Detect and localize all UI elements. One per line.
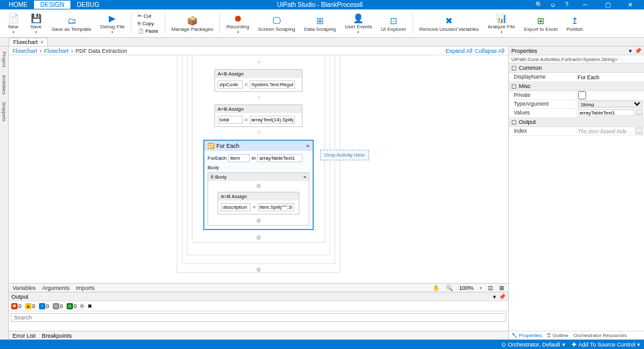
output-pin-icon[interactable]: 📌 xyxy=(499,294,506,300)
manage-packages-button[interactable]: 📦Manage Packages xyxy=(168,11,217,36)
group-common[interactable]: ▢ Common xyxy=(509,64,644,73)
drop-node-outer[interactable]: ⊕ xyxy=(255,265,262,274)
prop-typearg-select[interactable]: String xyxy=(578,101,643,108)
save-button[interactable]: 💾Save▾ xyxy=(25,11,47,36)
group-misc[interactable]: ▢ Misc xyxy=(509,82,644,91)
fit-icon[interactable]: ⊡ xyxy=(488,285,493,291)
screen-scraping-button[interactable]: 🖵Screen Scraping xyxy=(254,11,299,36)
new-button[interactable]: 📄New▾ xyxy=(3,11,24,36)
menu-design[interactable]: DESIGN xyxy=(34,1,70,9)
foreach-list[interactable] xyxy=(257,154,303,162)
tab-error-list[interactable]: Error List xyxy=(13,333,36,339)
sidebar-tab-snippets[interactable]: Snippets xyxy=(1,99,8,124)
assign3-left[interactable] xyxy=(221,203,251,211)
sidebar-tab-project[interactable]: Project xyxy=(1,49,8,70)
debug-file-button[interactable]: ▶Debug File▾ xyxy=(96,11,128,36)
publish-button[interactable]: ↥Publish xyxy=(563,11,587,36)
remove-unused-button[interactable]: ✖Remove Unused Variables xyxy=(416,11,483,36)
status-orchestrator[interactable]: ⊙ Orchestrator, Default ▾ xyxy=(501,341,565,348)
group-output[interactable]: ▢ Output xyxy=(509,118,644,127)
minimize-button[interactable]: ─ xyxy=(576,0,594,9)
export-log-icon[interactable]: ⎘ xyxy=(80,303,84,309)
close-button[interactable]: ✕ xyxy=(621,0,639,9)
filter-warn[interactable]: ▲0 xyxy=(25,303,35,309)
panel-tab-properties[interactable]: 🔧Properties xyxy=(511,333,541,338)
feedback-icon[interactable]: ☺ xyxy=(548,1,557,9)
body-sequence[interactable]: ⎘ Body« ⊕ A=B Assign = ⊕ xyxy=(208,172,309,226)
analyze-file-button[interactable]: 📊Analyze File▾ xyxy=(484,11,519,36)
document-tab[interactable]: Flowchart × xyxy=(9,38,48,46)
foreach-icon: 🔁 xyxy=(208,143,214,149)
maximize-button[interactable]: ▢ xyxy=(599,0,616,9)
breadcrumb-2[interactable]: Flowchart xyxy=(44,48,69,54)
tab-breakpoints[interactable]: Breakpoints xyxy=(42,333,72,339)
zoom-icon[interactable]: 🔍 xyxy=(446,285,453,291)
prop-values-ellipsis[interactable]: … xyxy=(636,109,643,116)
prop-private: Private xyxy=(509,91,577,99)
panel-tab-outline[interactable]: ☰Outline xyxy=(547,333,568,338)
copy-button[interactable]: ⎘Copy xyxy=(136,20,160,27)
output-dropdown-icon[interactable]: ▾ xyxy=(493,294,496,300)
collapse-icon[interactable]: « xyxy=(306,143,309,149)
user-events-button[interactable]: 👤User Events▾ xyxy=(341,11,376,36)
foreach-activity[interactable]: 🔁 For Each « ForEach in Body ⎘ xyxy=(203,140,314,230)
menu-home[interactable]: HOME xyxy=(3,1,34,9)
prop-displayname-value[interactable]: For Each xyxy=(578,74,600,80)
cut-button[interactable]: ✂Cut xyxy=(136,13,160,19)
help-icon[interactable]: ? xyxy=(562,1,571,9)
error-icon: ✖ xyxy=(11,303,18,309)
paste-button[interactable]: 📋Paste xyxy=(136,28,160,35)
status-source-control[interactable]: ✚ Add To Source Control ▾ xyxy=(572,341,640,348)
tab-variables[interactable]: Variables xyxy=(13,285,36,291)
filter-info[interactable]: i0 xyxy=(39,303,49,309)
trace-icon: ⊙ xyxy=(53,303,59,309)
breadcrumb-1[interactable]: Flowchart xyxy=(13,48,37,54)
clear-log-icon[interactable]: ✖ xyxy=(87,303,92,309)
drop-node-top[interactable]: ⊕ xyxy=(208,181,309,191)
assign3-right[interactable] xyxy=(258,203,294,211)
props-dropdown-icon[interactable]: ▾ xyxy=(629,48,632,54)
assign1-left[interactable] xyxy=(218,80,243,89)
zoom-value[interactable]: 100% xyxy=(459,285,474,291)
filter-trace[interactable]: ⊙0 xyxy=(53,303,63,309)
expand-all[interactable]: Expand All xyxy=(445,48,472,54)
data-scraping-button[interactable]: ⊞Data Scraping xyxy=(301,11,340,36)
search-icon[interactable]: 🔍 xyxy=(535,1,543,9)
assign-activity-3[interactable]: A=B Assign = xyxy=(218,192,299,214)
assign2-right[interactable] xyxy=(250,116,295,124)
recording-button[interactable]: ⏺Recording▾ xyxy=(223,11,253,36)
tab-arguments[interactable]: Arguments xyxy=(42,285,70,291)
prop-values-input[interactable] xyxy=(578,109,635,116)
collapse-all[interactable]: Collapse All xyxy=(475,48,504,54)
assign2-left[interactable] xyxy=(218,116,243,124)
panel-tab-resources[interactable]: Orchestrator Resources xyxy=(574,333,627,338)
overview-icon[interactable]: ⊞ xyxy=(499,285,504,291)
drop-hint[interactable]: Drop Activity Here xyxy=(320,150,369,160)
prop-index-value[interactable]: The zero-based index is xyxy=(578,128,635,135)
menu-debug[interactable]: DEBUG xyxy=(70,1,106,9)
explorer-icon: ⊡ xyxy=(388,15,399,26)
tab-imports[interactable]: Imports xyxy=(75,285,94,291)
sidebar-tab-activities[interactable]: Activities xyxy=(1,72,8,97)
tab-close-button[interactable]: × xyxy=(40,39,43,45)
props-pin-icon[interactable]: 📌 xyxy=(635,48,641,54)
breadcrumb-3: PDF Data Extraction xyxy=(75,48,127,54)
export-excel-button[interactable]: ⊞Export to Excel xyxy=(520,11,562,36)
prop-displayname: DisplayName xyxy=(509,73,577,81)
drop-node-below[interactable]: ⊕ xyxy=(152,233,365,242)
filter-debug[interactable]: ⊙0 xyxy=(67,303,77,309)
ui-explorer-button[interactable]: ⊡UI Explorer xyxy=(377,11,410,36)
drop-node-bottom[interactable]: ⊕ xyxy=(208,216,309,225)
output-search[interactable] xyxy=(11,313,506,322)
foreach-var[interactable] xyxy=(228,154,250,162)
assign-activity-2[interactable]: A=B Assign = xyxy=(214,104,303,127)
prop-index-ellipsis[interactable]: … xyxy=(635,128,643,135)
debug-icon: ⊙ xyxy=(67,303,73,309)
assign-activity-1[interactable]: A=B Assign = xyxy=(214,69,303,92)
designer-canvas[interactable]: A=B Assign = A=B Assign = xyxy=(9,55,508,283)
prop-private-checkbox[interactable] xyxy=(578,91,586,99)
filter-error[interactable]: ✖0 xyxy=(11,303,21,309)
pan-icon[interactable]: ✋ xyxy=(433,285,440,291)
save-as-template-button[interactable]: 🗂Save as Template xyxy=(48,11,95,36)
assign1-right[interactable] xyxy=(250,80,295,89)
